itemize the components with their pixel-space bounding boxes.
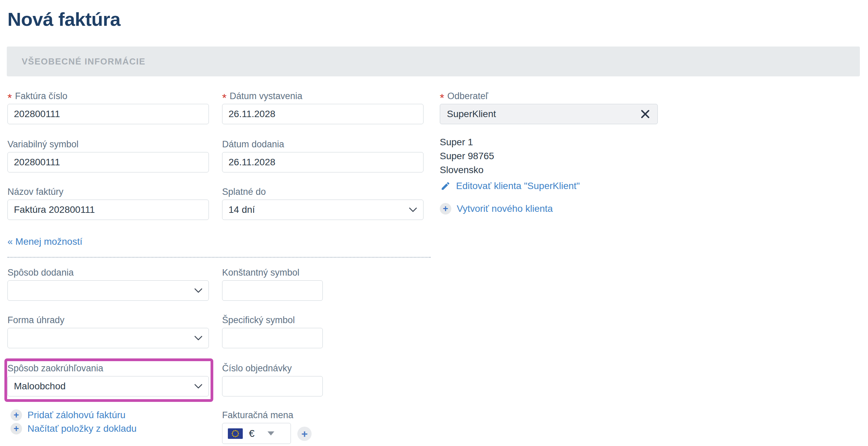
required-marker: * [222, 94, 226, 101]
edit-client-label: Editovať klienta "SuperKlient" [456, 181, 580, 191]
issue-date-label: * Dátum vystavenia [222, 90, 423, 102]
client-value: SuperKlient [447, 109, 496, 119]
currency-symbol: € [249, 428, 255, 439]
due-in-label: Splatné do [222, 186, 423, 198]
field-payment-form: Forma úhrady [7, 314, 209, 348]
specific-symbol-input[interactable] [222, 328, 323, 348]
field-issue-date: * Dátum vystavenia [222, 90, 423, 124]
delivery-date-label: Dátum dodania [222, 138, 423, 150]
load-items-link[interactable]: + Načítať položky z dokladu [11, 423, 137, 434]
issue-date-input[interactable] [222, 104, 423, 124]
chevron-down-icon [194, 336, 202, 340]
currency-select[interactable]: € [222, 423, 291, 444]
field-variable-symbol: Variabilný symbol [7, 138, 209, 172]
specific-symbol-label: Špecifický symbol [222, 314, 323, 326]
plus-icon: + [11, 409, 22, 421]
section-divider [7, 257, 431, 258]
payment-form-select[interactable] [7, 328, 209, 348]
delivery-method-label: Spôsob dodania [7, 267, 209, 278]
client-label: * Odberateľ [440, 90, 658, 102]
variable-symbol-input[interactable] [7, 152, 209, 172]
rounding-method-label: Spôsob zaokrúhľovania [7, 363, 209, 374]
field-order-number: Číslo objednávky [222, 363, 323, 396]
add-proforma-label: Pridať zálohovú faktúru [27, 410, 125, 421]
field-rounding-method: Spôsob zaokrúhľovania Maloobchod [7, 363, 209, 396]
chevron-down-icon [194, 288, 202, 293]
eu-flag-icon [228, 428, 243, 439]
create-client-label: Vytvoriť nového klienta [457, 203, 553, 214]
add-currency-button[interactable]: + [297, 427, 312, 441]
load-items-label: Načítať položky z dokladu [27, 423, 137, 434]
add-proforma-link[interactable]: + Pridať zálohovú faktúru [11, 409, 125, 421]
field-constant-symbol: Konštantný symbol [222, 267, 323, 301]
constant-symbol-label: Konštantný symbol [222, 267, 323, 278]
plus-icon: + [11, 423, 22, 434]
field-invoice-number: * Faktúra číslo [7, 90, 209, 124]
delivery-date-input[interactable] [222, 152, 423, 172]
client-address-line: Super 98765 [440, 149, 494, 163]
chevron-down-icon [409, 207, 417, 212]
required-marker: * [440, 94, 444, 101]
currency-label: Fakturačná mena [222, 409, 293, 421]
client-address-line: Super 1 [440, 135, 494, 149]
triangle-down-icon [268, 431, 274, 435]
invoice-name-label: Názov faktúry [7, 186, 209, 198]
invoice-number-input[interactable] [7, 104, 209, 124]
payment-form-label: Forma úhrady [7, 314, 209, 326]
pencil-icon [440, 181, 451, 191]
invoice-number-label: * Faktúra číslo [7, 90, 209, 102]
section-header-bar: VŠEOBECNÉ INFORMÁCIE [7, 47, 860, 76]
new-invoice-page: Nová faktúra VŠEOBECNÉ INFORMÁCIE * Fakt… [0, 0, 868, 446]
field-invoice-name: Názov faktúry [7, 186, 209, 220]
create-client-link[interactable]: + Vytvoriť nového klienta [440, 203, 553, 215]
order-number-label: Číslo objednávky [222, 363, 323, 374]
invoice-name-input[interactable] [7, 200, 209, 220]
plus-icon: + [440, 203, 451, 215]
close-icon [640, 109, 650, 119]
client-address-line: Slovensko [440, 163, 494, 177]
field-client: * Odberateľ SuperKlient [440, 90, 658, 124]
delivery-method-select[interactable] [7, 280, 209, 301]
variable-symbol-label: Variabilný symbol [7, 138, 209, 150]
constant-symbol-input[interactable] [222, 280, 323, 301]
field-delivery-method: Spôsob dodania [7, 267, 209, 301]
section-header-label: VŠEOBECNÉ INFORMÁCIE [22, 56, 145, 67]
client-address: Super 1 Super 98765 Slovensko [440, 135, 494, 177]
edit-client-link[interactable]: Editovať klienta "SuperKlient" [440, 181, 580, 191]
due-in-select[interactable]: 14 dní [222, 200, 423, 220]
field-due-in: Splatné do 14 dní [222, 186, 423, 220]
chevron-down-icon [194, 384, 202, 389]
field-delivery-date: Dátum dodania [222, 138, 423, 172]
clear-client-button[interactable] [640, 109, 650, 119]
field-specific-symbol: Špecifický symbol [222, 314, 323, 348]
required-marker: * [7, 94, 12, 101]
less-options-link-wrap: « Menej možností [7, 236, 82, 247]
rounding-method-select[interactable]: Maloobchod [7, 376, 209, 396]
less-options-link[interactable]: « Menej možností [7, 236, 82, 247]
page-title: Nová faktúra [7, 8, 120, 30]
client-field[interactable]: SuperKlient [440, 104, 658, 124]
order-number-input[interactable] [222, 376, 323, 396]
